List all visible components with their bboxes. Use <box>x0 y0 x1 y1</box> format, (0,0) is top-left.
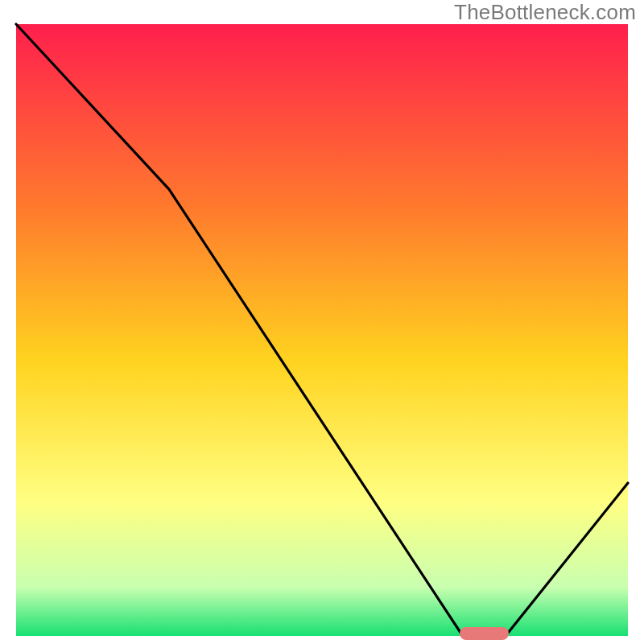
bottleneck-chart <box>0 0 644 644</box>
optimal-marker <box>460 627 509 640</box>
gradient-background <box>16 24 628 636</box>
